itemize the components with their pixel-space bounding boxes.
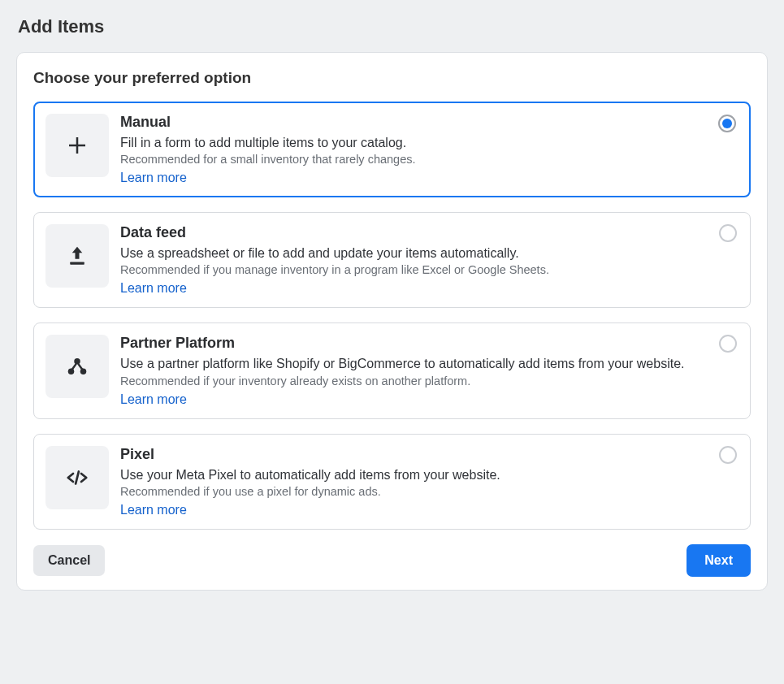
radio-pixel[interactable]: [719, 446, 737, 464]
cancel-button[interactable]: Cancel: [33, 545, 105, 576]
radio-manual[interactable]: [718, 115, 736, 132]
option-recommendation: Recommended if you use a pixel for dynam…: [120, 485, 704, 498]
option-recommendation: Recommended if you manage inventory in a…: [120, 263, 704, 276]
svg-rect-2: [70, 262, 84, 265]
learn-more-link[interactable]: Learn more: [120, 281, 187, 296]
option-recommendation: Recommended if your inventory already ex…: [120, 374, 704, 387]
next-button[interactable]: Next: [687, 544, 751, 577]
footer-actions: Cancel Next: [33, 544, 751, 577]
learn-more-link[interactable]: Learn more: [120, 392, 187, 407]
learn-more-link[interactable]: Learn more: [120, 503, 187, 517]
learn-more-link[interactable]: Learn more: [120, 171, 187, 185]
options-card: Choose your preferred option Manual Fill…: [16, 52, 768, 591]
option-manual[interactable]: Manual Fill in a form to add multiple it…: [33, 102, 751, 197]
section-title: Choose your preferred option: [33, 69, 751, 87]
svg-line-6: [76, 471, 79, 483]
option-description: Use a spreadsheet or file to add and upd…: [120, 244, 704, 262]
option-recommendation: Recommended for a small inventory that r…: [120, 153, 704, 166]
option-data-feed[interactable]: Data feed Use a spreadsheet or file to a…: [33, 212, 751, 308]
option-title: Pixel: [120, 446, 704, 463]
svg-point-3: [74, 358, 80, 365]
option-description: Use a partner platform like Shopify or B…: [120, 354, 704, 373]
platform-icon: [45, 335, 109, 398]
option-title: Manual: [120, 114, 704, 131]
code-icon: [45, 446, 109, 509]
option-description: Fill in a form to add multiple items to …: [120, 133, 704, 152]
option-pixel[interactable]: Pixel Use your Meta Pixel to automatical…: [33, 434, 751, 530]
option-partner-platform[interactable]: Partner Platform Use a partner platform …: [33, 323, 751, 418]
upload-icon: [45, 224, 109, 288]
option-title: Partner Platform: [120, 335, 704, 352]
page-title: Add Items: [18, 16, 768, 37]
option-title: Data feed: [120, 224, 704, 241]
option-description: Use your Meta Pixel to automatically add…: [120, 465, 704, 484]
plus-icon: [45, 114, 109, 177]
